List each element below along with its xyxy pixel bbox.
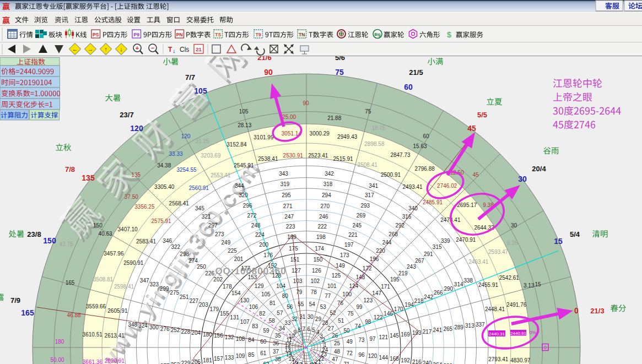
- svg-text:339: 339: [441, 238, 450, 244]
- svg-text:299: 299: [160, 286, 169, 292]
- svg-text:264: 264: [433, 362, 443, 364]
- svg-text:314: 314: [454, 281, 463, 287]
- svg-text:61: 61: [260, 350, 267, 356]
- svg-text:337: 337: [476, 322, 485, 328]
- svg-text:176: 176: [263, 252, 273, 258]
- svg-text:3254.55: 3254.55: [176, 167, 197, 173]
- svg-text:2440.91: 2440.91: [510, 331, 526, 336]
- svg-text:2440.31: 2440.31: [489, 332, 505, 336]
- svg-text:99: 99: [356, 304, 363, 310]
- svg-text:25.00: 25.00: [282, 114, 296, 120]
- svg-text:23/7: 23/7: [120, 111, 133, 119]
- svg-text:21.88: 21.88: [327, 115, 341, 121]
- svg-text:2598.41: 2598.41: [114, 284, 134, 290]
- svg-text:71: 71: [343, 361, 350, 364]
- svg-text:←: ←: [72, 46, 78, 52]
- svg-text:198: 198: [316, 234, 326, 240]
- svg-text:37.50: 37.50: [125, 194, 138, 200]
- svg-text:104: 104: [276, 283, 285, 289]
- svg-text:3.13: 3.13: [524, 282, 535, 289]
- svg-text:266: 266: [434, 290, 443, 296]
- svg-text:52: 52: [330, 310, 337, 316]
- svg-text:45: 45: [473, 172, 479, 178]
- svg-text:20/4: 20/4: [532, 165, 546, 173]
- svg-text:2695.17: 2695.17: [457, 202, 477, 208]
- svg-text:0%: 0%: [530, 330, 537, 335]
- svg-text:31: 31: [299, 314, 306, 320]
- svg-text:24: 24: [322, 347, 328, 353]
- svg-text:345: 345: [195, 205, 204, 211]
- svg-text:2590.91: 2590.91: [123, 260, 144, 266]
- svg-text:229: 229: [181, 360, 191, 364]
- svg-text:152: 152: [268, 263, 277, 269]
- svg-text:129: 129: [255, 283, 264, 289]
- svg-text:3457.96: 3457.96: [104, 251, 124, 257]
- svg-text:21: 21: [196, 46, 202, 52]
- svg-text:32: 32: [292, 316, 298, 322]
- svg-text:165: 165: [66, 280, 75, 286]
- svg-text:Big: Big: [374, 32, 380, 37]
- svg-text:347: 347: [140, 278, 149, 284]
- svg-text:3559.66: 3559.66: [86, 303, 106, 309]
- svg-text:102: 102: [310, 278, 320, 284]
- svg-text:43.75: 43.75: [59, 241, 73, 247]
- svg-text:→: →: [88, 46, 94, 52]
- svg-text:240: 240: [423, 360, 432, 364]
- svg-text:271: 271: [283, 203, 293, 209]
- svg-text:46.88: 46.88: [67, 312, 80, 318]
- svg-text:21/3: 21/3: [590, 307, 604, 315]
- svg-text:2491.76: 2491.76: [506, 302, 527, 308]
- svg-text:25: 25: [334, 340, 341, 346]
- svg-text:150: 150: [314, 257, 323, 263]
- svg-text:348: 348: [128, 322, 137, 328]
- svg-text:2485.91: 2485.91: [423, 199, 443, 205]
- svg-text:0: 0: [574, 306, 579, 315]
- svg-text:77: 77: [325, 293, 331, 299]
- svg-text:132: 132: [225, 334, 234, 340]
- svg-text:76: 76: [337, 300, 344, 306]
- svg-text:62: 62: [263, 361, 269, 364]
- svg-text:153: 153: [248, 274, 257, 280]
- svg-text:244: 244: [382, 240, 392, 246]
- svg-text:2523.41: 2523.41: [308, 153, 328, 159]
- svg-text:30: 30: [518, 175, 527, 183]
- svg-text:2455.91: 2455.91: [478, 282, 499, 288]
- svg-text:47: 47: [332, 356, 338, 362]
- svg-text:3356.25: 3356.25: [134, 204, 155, 210]
- svg-text:33: 33: [284, 320, 291, 326]
- svg-text:120: 120: [368, 353, 377, 359]
- svg-text:168: 168: [390, 356, 399, 362]
- svg-text:73: 73: [359, 337, 365, 343]
- svg-text:TS: TS: [215, 32, 221, 37]
- svg-text:28: 28: [322, 320, 329, 326]
- svg-text:126: 126: [312, 268, 321, 274]
- svg-text:181: 181: [203, 357, 212, 363]
- svg-text:155: 155: [220, 311, 229, 317]
- svg-text:226: 226: [205, 270, 214, 276]
- svg-text:253: 253: [171, 362, 180, 364]
- svg-text:313: 313: [465, 323, 474, 329]
- svg-text:30: 30: [307, 314, 314, 320]
- svg-text:T: T: [168, 46, 172, 53]
- svg-text:243: 243: [407, 264, 416, 270]
- svg-text:2538.41: 2538.41: [258, 156, 278, 162]
- svg-text:179: 179: [209, 306, 219, 312]
- svg-text:346: 346: [163, 238, 172, 244]
- svg-text:154: 154: [231, 290, 241, 296]
- svg-text:90: 90: [264, 68, 273, 77]
- svg-text:275: 275: [170, 290, 179, 296]
- svg-text:218: 218: [414, 298, 424, 304]
- svg-text:3203.69: 3203.69: [201, 153, 221, 159]
- svg-text:344: 344: [235, 183, 244, 189]
- svg-text:276: 276: [160, 326, 170, 332]
- svg-text:294: 294: [322, 192, 331, 198]
- svg-text:2553.41: 2553.41: [211, 172, 231, 178]
- svg-text:2796.88: 2796.88: [415, 166, 435, 172]
- svg-text:53: 53: [320, 304, 327, 310]
- svg-text:267: 267: [415, 258, 424, 264]
- svg-text:165: 165: [21, 308, 34, 317]
- svg-text:156: 156: [214, 333, 223, 339]
- svg-text:60: 60: [404, 83, 413, 91]
- svg-text:TN: TN: [299, 32, 305, 37]
- svg-text:37: 37: [273, 349, 279, 355]
